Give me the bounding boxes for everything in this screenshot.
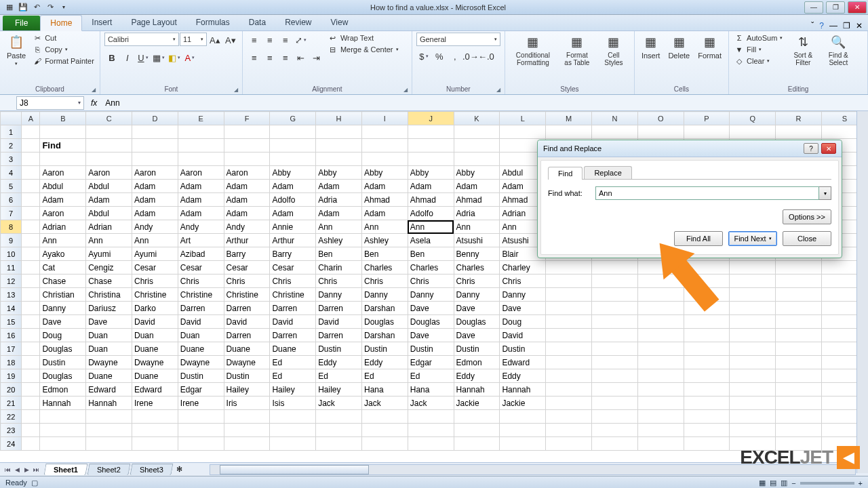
cell[interactable]	[637, 329, 684, 342]
redo-icon[interactable]: ↷	[45, 2, 56, 13]
cell[interactable]	[408, 410, 454, 424]
col-header-B[interactable]: B	[40, 112, 86, 125]
cell[interactable]	[22, 329, 40, 342]
cell[interactable]	[546, 383, 592, 396]
cell[interactable]: Duan	[178, 329, 224, 342]
cell[interactable]: Douglas	[408, 315, 454, 329]
col-header-D[interactable]: D	[132, 112, 178, 125]
currency-icon[interactable]: $	[416, 49, 431, 64]
cell[interactable]	[132, 125, 178, 139]
cell[interactable]: Hannah	[500, 383, 546, 396]
cell[interactable]	[224, 410, 270, 424]
fill-color-button[interactable]: ◧	[167, 50, 182, 65]
cell[interactable]: Dave	[500, 302, 546, 315]
cell[interactable]: Duan	[86, 329, 132, 342]
cell[interactable]	[684, 315, 730, 329]
cell[interactable]: Christina	[86, 288, 132, 302]
cell[interactable]: Dariusz	[86, 302, 132, 315]
row-header-2[interactable]: 2	[1, 139, 22, 152]
col-header-F[interactable]: F	[224, 112, 270, 125]
cell[interactable]	[591, 424, 637, 437]
cell[interactable]	[408, 139, 454, 152]
cell[interactable]: Andy	[224, 220, 270, 234]
cell[interactable]	[22, 152, 40, 166]
cell[interactable]: Chris	[454, 274, 500, 288]
cell[interactable]: Adam	[178, 207, 224, 220]
row-header-10[interactable]: 10	[1, 247, 22, 261]
cell[interactable]	[730, 342, 776, 356]
cell[interactable]: Asela	[408, 234, 454, 247]
format-cells-button[interactable]: ▦Format	[695, 33, 724, 61]
cell[interactable]: David	[132, 315, 178, 329]
cell[interactable]	[500, 125, 546, 139]
cell[interactable]: Darren	[316, 329, 362, 342]
cell[interactable]	[132, 410, 178, 424]
cell[interactable]: Adam	[270, 207, 316, 220]
cell[interactable]: Dave	[86, 315, 132, 329]
cell[interactable]	[637, 424, 684, 437]
cell[interactable]	[546, 302, 592, 315]
cell[interactable]: Danny	[408, 288, 454, 302]
cell[interactable]: Dave	[408, 302, 454, 315]
cell[interactable]: Duane	[178, 342, 224, 356]
cell[interactable]	[454, 139, 500, 152]
options-button[interactable]: Options >>	[783, 209, 831, 224]
cell[interactable]	[637, 437, 684, 451]
cell[interactable]: Ed	[270, 356, 316, 369]
cell[interactable]: David	[224, 315, 270, 329]
cell[interactable]: Adam	[454, 180, 500, 193]
cell[interactable]: Ayumi	[86, 247, 132, 261]
cell[interactable]	[591, 356, 637, 369]
dialog-tab-find[interactable]: Find	[548, 167, 583, 180]
cell[interactable]: Adam	[224, 193, 270, 207]
cell[interactable]: Danny	[40, 302, 86, 315]
cell[interactable]: David	[270, 315, 316, 329]
cell[interactable]	[730, 369, 776, 383]
cell[interactable]: Andy	[132, 220, 178, 234]
cell[interactable]	[270, 125, 316, 139]
cell[interactable]: Aaron	[178, 166, 224, 180]
cell[interactable]	[776, 302, 822, 315]
cell[interactable]: Edward	[132, 383, 178, 396]
cell[interactable]: Dustin	[500, 342, 546, 356]
cell[interactable]: Darshan	[361, 302, 408, 315]
cell[interactable]: Dwayne	[178, 356, 224, 369]
cell[interactable]: Arthur	[224, 234, 270, 247]
cell[interactable]	[22, 369, 40, 383]
cell[interactable]	[684, 329, 730, 342]
cell[interactable]	[22, 193, 40, 207]
save-icon[interactable]: 💾	[18, 2, 28, 13]
cell[interactable]	[40, 410, 86, 424]
align-middle-icon[interactable]: ≡	[262, 33, 277, 47]
cell[interactable]: Charley	[500, 261, 546, 274]
cell[interactable]	[591, 274, 637, 288]
cell[interactable]	[22, 234, 40, 247]
row-header-16[interactable]: 16	[1, 329, 22, 342]
cell[interactable]: Hailey	[224, 383, 270, 396]
row-header-4[interactable]: 4	[1, 166, 22, 180]
cell[interactable]: Douglas	[40, 369, 86, 383]
percent-icon[interactable]: %	[432, 49, 447, 64]
cell[interactable]	[730, 288, 776, 302]
cell[interactable]: Hannah	[454, 383, 500, 396]
cell[interactable]: Eddy	[454, 369, 500, 383]
cell[interactable]	[22, 383, 40, 396]
cell[interactable]: Adolfo	[270, 193, 316, 207]
cell[interactable]	[22, 288, 40, 302]
cell[interactable]	[40, 424, 86, 437]
align-left-icon[interactable]: ≡	[247, 50, 262, 65]
cell[interactable]	[22, 247, 40, 261]
cell[interactable]: Adam	[224, 207, 270, 220]
cell[interactable]: Adrian	[40, 220, 86, 234]
cell[interactable]: Christine	[132, 288, 178, 302]
cell[interactable]: Edmon	[40, 383, 86, 396]
cell[interactable]	[22, 166, 40, 180]
col-header-H[interactable]: H	[316, 112, 362, 125]
cell[interactable]: Edward	[500, 356, 546, 369]
zoom-out-icon[interactable]: −	[791, 479, 795, 487]
col-header-J[interactable]: J	[408, 112, 454, 125]
cell[interactable]	[776, 424, 822, 437]
cell[interactable]	[546, 274, 592, 288]
col-header-O[interactable]: O	[637, 112, 684, 125]
cell[interactable]: Darren	[224, 302, 270, 315]
